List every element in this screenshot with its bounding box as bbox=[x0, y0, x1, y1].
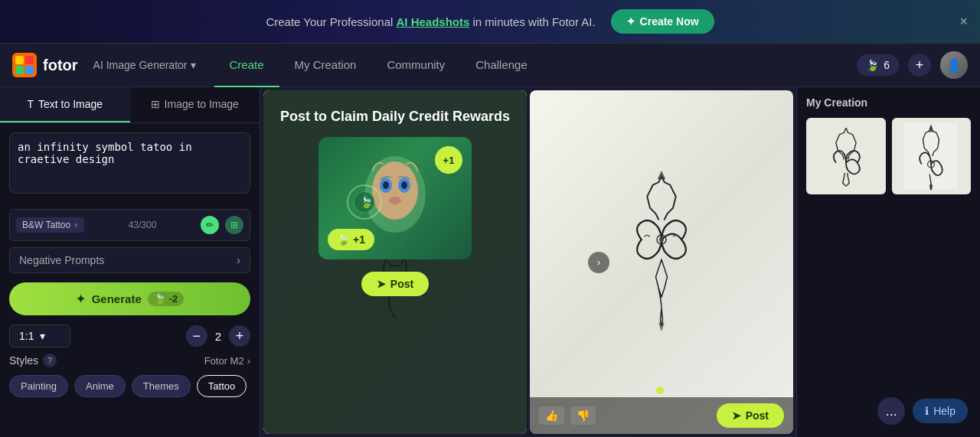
anime-chip-label: Anime bbox=[86, 380, 114, 392]
style-chip-anime[interactable]: Anime bbox=[74, 375, 126, 397]
generate-button[interactable]: ✦ Generate 🍃 -2 bbox=[9, 282, 250, 315]
close-icon: × bbox=[959, 14, 968, 29]
decrease-quantity-button[interactable]: − bbox=[186, 325, 207, 347]
create-now-icon: ✦ bbox=[626, 15, 635, 28]
leaf-badge-icon: 🍃 bbox=[337, 233, 350, 246]
logo-text: fotor bbox=[43, 57, 78, 74]
banner-highlight: AI Headshots bbox=[396, 15, 469, 28]
overlay-title-text: Post to Claim Daily Credit Rewards bbox=[280, 109, 510, 124]
image-card-1: Post to Claim Daily Credit Rewards bbox=[263, 90, 527, 434]
badge-plus1-top: +1 bbox=[435, 146, 462, 174]
more-options-button[interactable]: ... bbox=[877, 397, 905, 425]
quantity-value: 2 bbox=[215, 330, 221, 343]
remove-tag-button[interactable]: × bbox=[74, 221, 78, 230]
image-2-bottom-bar: 👍 👎 ➤ Post bbox=[530, 397, 793, 434]
thumbs-down-button[interactable]: 👎 bbox=[570, 406, 596, 425]
navbar: fotor AI Image Generator ▾ Create My Cre… bbox=[0, 44, 980, 87]
thumbs-up-button[interactable]: 👍 bbox=[539, 406, 564, 425]
style-chip-themes[interactable]: Themes bbox=[132, 375, 191, 397]
svg-rect-2 bbox=[25, 56, 34, 64]
svg-point-20 bbox=[659, 237, 664, 242]
send-icon-2: ➤ bbox=[732, 409, 741, 422]
chevron-down-icon: ▾ bbox=[40, 330, 45, 342]
logo[interactable]: fotor bbox=[12, 53, 78, 77]
svg-point-13 bbox=[389, 197, 401, 204]
text-icon: T bbox=[27, 98, 34, 110]
prompt-area: an infinity symbol tatoo in craetive des… bbox=[9, 132, 250, 197]
send-icon: ➤ bbox=[377, 278, 386, 290]
leaf-icon: 🍃 bbox=[866, 59, 879, 71]
image-2-bg bbox=[530, 90, 793, 434]
avatar-icon: 👤 bbox=[946, 58, 962, 73]
top-banner: Create Your Professional AI Headshots in… bbox=[0, 0, 980, 44]
images-grid: Post to Claim Daily Credit Rewards bbox=[260, 87, 796, 437]
chevron-down-icon: ▾ bbox=[191, 59, 196, 71]
my-creation-grid bbox=[806, 118, 971, 194]
tag-icons: ✏ ⊞ bbox=[201, 216, 243, 234]
wand-icon-button[interactable]: ⊞ bbox=[225, 216, 243, 234]
create-now-button[interactable]: ✦ Create Now bbox=[611, 9, 714, 34]
svg-rect-1 bbox=[15, 56, 24, 64]
credits-badge: 🍃 6 bbox=[857, 54, 899, 76]
image-to-image-label: Image to Image bbox=[165, 98, 239, 110]
avatar[interactable]: 👤 bbox=[940, 51, 968, 79]
style-chip-painting[interactable]: Painting bbox=[9, 375, 68, 397]
nav-link-my-creation[interactable]: My Creation bbox=[279, 44, 372, 87]
mode-tabs: T Text to Image ⊞ Image to Image bbox=[0, 87, 260, 123]
tattoo-chip-label: Tattoo bbox=[208, 380, 235, 392]
char-count: 43/300 bbox=[129, 220, 157, 230]
bottom-right-actions: ... ℹ Help bbox=[877, 397, 968, 425]
overlay-post-button-wrapper: ➤ Post bbox=[361, 272, 429, 296]
text-to-image-tab[interactable]: T Text to Image bbox=[0, 87, 130, 122]
nav-right: 🍃 6 + 👤 bbox=[857, 51, 968, 79]
tag-label: B&W Tattoo bbox=[22, 220, 70, 230]
ai-generator-dropdown[interactable]: AI Image Generator ▾ bbox=[93, 59, 196, 71]
post-button-2[interactable]: ➤ Post bbox=[717, 403, 784, 428]
creation-svg-1 bbox=[819, 122, 873, 191]
prompt-tags-row: B&W Tattoo × 43/300 ✏ ⊞ bbox=[9, 209, 250, 241]
nav-link-create[interactable]: Create bbox=[214, 44, 279, 87]
pencil-icon-button[interactable]: ✏ bbox=[201, 216, 219, 234]
main-layout: T Text to Image ⊞ Image to Image an infi… bbox=[0, 87, 980, 437]
help-button[interactable]: ℹ Help bbox=[913, 399, 968, 423]
post-label-2: Post bbox=[746, 409, 769, 422]
badge-plus1-bottom: 🍃 +1 bbox=[328, 229, 374, 250]
next-image-button[interactable]: › bbox=[588, 252, 609, 273]
credits-cost-value: -2 bbox=[169, 293, 178, 305]
styles-info-icon[interactable]: ? bbox=[43, 354, 57, 367]
style-chip-tattoo[interactable]: Tattoo bbox=[197, 375, 247, 397]
nav-link-challenge[interactable]: Challenge bbox=[460, 44, 543, 87]
negative-prompt-row[interactable]: Negative Prompts › bbox=[9, 247, 250, 273]
svg-point-11 bbox=[383, 181, 389, 189]
quantity-control: − 2 + bbox=[186, 325, 250, 347]
add-credits-button[interactable]: + bbox=[908, 54, 931, 77]
help-icon: ℹ bbox=[925, 405, 929, 417]
prompt-input[interactable]: an infinity symbol tatoo in craetive des… bbox=[9, 132, 250, 194]
banner-text: Create Your Professional AI Headshots in… bbox=[266, 15, 595, 28]
my-creation-title: My Creation bbox=[806, 96, 971, 109]
creation-svg-2 bbox=[904, 122, 958, 191]
daily-reward-overlay: Post to Claim Daily Credit Rewards bbox=[263, 90, 527, 434]
creation-thumb-2[interactable] bbox=[892, 118, 972, 194]
svg-rect-3 bbox=[15, 66, 24, 74]
styles-model-link[interactable]: Fotor M2 › bbox=[204, 355, 250, 367]
svg-text:🍃: 🍃 bbox=[360, 196, 374, 209]
creation-thumb-1[interactable] bbox=[806, 118, 886, 194]
image-to-image-tab[interactable]: ⊞ Image to Image bbox=[130, 87, 260, 122]
chevron-right-icon: › bbox=[247, 355, 250, 367]
banner-close-button[interactable]: × bbox=[959, 14, 968, 30]
more-icon: ... bbox=[886, 403, 897, 419]
ratio-select[interactable]: 1:1 ▾ bbox=[9, 324, 70, 347]
dropdown-label: AI Image Generator bbox=[93, 59, 188, 71]
svg-rect-23 bbox=[904, 122, 958, 190]
nav-links: Create My Creation Community Challenge bbox=[214, 44, 858, 87]
tattoo-svg-2 bbox=[604, 159, 719, 366]
increase-quantity-button[interactable]: + bbox=[229, 325, 250, 347]
bw-tattoo-tag: B&W Tattoo × bbox=[16, 217, 84, 233]
nav-link-community[interactable]: Community bbox=[371, 44, 460, 87]
style-chips: Painting Anime Themes Tattoo bbox=[9, 375, 250, 397]
image-icon: ⊞ bbox=[151, 98, 160, 110]
credits-cost: 🍃 -2 bbox=[148, 292, 185, 306]
overlay-post-button[interactable]: ➤ Post bbox=[361, 272, 429, 296]
center-panel: Post to Claim Daily Credit Rewards bbox=[260, 87, 796, 437]
